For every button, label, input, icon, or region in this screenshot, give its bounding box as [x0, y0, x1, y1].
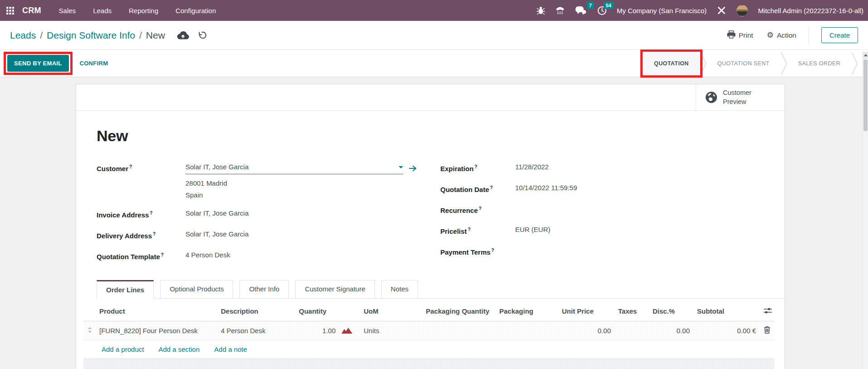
- optional-columns-icon[interactable]: [760, 302, 774, 321]
- breadcrumb-current: New: [146, 30, 165, 41]
- col-taxes[interactable]: Taxes: [614, 302, 649, 321]
- scroll-up-arrow[interactable]: [863, 52, 868, 59]
- quotation-date-value[interactable]: 10/14/2022 11:59:59: [515, 183, 773, 193]
- cell-unit-price[interactable]: 0.00: [558, 321, 614, 340]
- quotation-template-value[interactable]: 4 Person Desk: [185, 250, 440, 260]
- order-line-row[interactable]: [FURN_8220] Four Person Desk 4 Person De…: [83, 321, 774, 340]
- menu-configuration[interactable]: Configuration: [167, 7, 224, 15]
- notebook-tabs: Order Lines Optional Products Other Info…: [97, 280, 785, 299]
- pricelist-value[interactable]: EUR (EUR): [515, 225, 773, 235]
- internal-link-arrow-icon[interactable]: [409, 165, 417, 172]
- col-subtotal[interactable]: Subtotal: [693, 302, 760, 321]
- vertical-scrollbar[interactable]: [863, 52, 868, 369]
- messages-chat-icon[interactable]: 7: [575, 6, 587, 15]
- stage-quotation-sent[interactable]: QUOTATION SENT: [707, 52, 780, 75]
- tab-other-info[interactable]: Other Info: [239, 280, 289, 299]
- main-menu: Sales Leads Reporting Configuration: [50, 7, 225, 15]
- help-marker: ?: [479, 206, 482, 211]
- add-a-note-link[interactable]: Add a note: [214, 345, 247, 353]
- cell-subtotal[interactable]: 0.00 €: [693, 321, 760, 340]
- delete-row-trash-icon[interactable]: [760, 321, 774, 340]
- col-packaging[interactable]: Packaging: [496, 302, 558, 321]
- unsaved-cloud-icon[interactable]: [177, 31, 189, 39]
- cell-disc[interactable]: 0.00: [649, 321, 693, 340]
- breadcrumb-lead-name[interactable]: Design Software Info: [47, 30, 135, 41]
- field-row-recurrence: Recurrence?: [440, 204, 773, 216]
- forecast-chart-icon[interactable]: [341, 327, 353, 334]
- stage-quotation[interactable]: QUOTATION: [643, 52, 700, 75]
- print-button[interactable]: Print: [727, 30, 753, 40]
- help-marker: ?: [474, 164, 477, 169]
- stage-chevron-icon: [700, 52, 707, 75]
- col-description[interactable]: Description: [217, 302, 295, 321]
- col-packaging-quantity[interactable]: Packaging Quantity: [422, 302, 496, 321]
- stage-chevron-icon: [851, 52, 858, 75]
- help-marker: ?: [161, 252, 164, 257]
- col-unit-price[interactable]: Unit Price: [558, 302, 614, 321]
- menu-reporting[interactable]: Reporting: [120, 7, 167, 15]
- cell-description[interactable]: 4 Person Desk: [217, 321, 295, 340]
- customer-input[interactable]: Solar IT, Jose Garcia: [185, 162, 403, 174]
- table-header-row: Product Description Quantity UoM Packagi…: [83, 302, 774, 321]
- customer-value[interactable]: Solar IT, Jose Garcia: [185, 162, 395, 172]
- activities-clock-icon[interactable]: 54: [597, 6, 607, 15]
- customer-field-block: Solar IT, Jose Garcia 28001 Madrid Spain: [185, 162, 440, 201]
- col-quantity[interactable]: Quantity: [295, 302, 360, 321]
- tab-optional-products[interactable]: Optional Products: [160, 280, 233, 299]
- divider: [809, 26, 809, 45]
- cell-taxes[interactable]: [614, 321, 649, 340]
- delivery-address-value[interactable]: Solar IT, Jose Garcia: [185, 229, 440, 239]
- quantity-value[interactable]: 1.00: [322, 327, 336, 335]
- help-marker: ?: [153, 231, 156, 236]
- cell-packaging[interactable]: [496, 321, 558, 340]
- send-by-email-button[interactable]: SEND BY EMAIL: [7, 55, 69, 72]
- cell-product[interactable]: [FURN_8220] Four Person Desk: [96, 321, 217, 340]
- navbar-right: 7 54 My Company (San Francisco) Mitchell…: [536, 5, 868, 16]
- cell-quantity[interactable]: 1.00: [295, 321, 360, 340]
- col-disc[interactable]: Disc.%: [649, 302, 693, 321]
- tools-icon[interactable]: [717, 5, 727, 15]
- debug-bug-icon[interactable]: [536, 6, 545, 15]
- app-name[interactable]: CRM: [22, 6, 41, 15]
- user-menu[interactable]: Mitchell Admin (20222372-16-0-all): [758, 7, 863, 15]
- chevron-down-icon[interactable]: [399, 166, 403, 168]
- tab-notes[interactable]: Notes: [381, 280, 418, 299]
- stage-pipeline: QUOTATION QUOTATION SENT SALES ORDER: [643, 52, 858, 75]
- menu-sales[interactable]: Sales: [50, 7, 85, 15]
- record-title: New: [97, 127, 773, 145]
- field-row-delivery-address: Delivery Address? Solar IT, Jose Garcia: [97, 229, 440, 242]
- cell-uom[interactable]: Units: [360, 321, 422, 340]
- col-uom[interactable]: UoM: [360, 302, 422, 321]
- field-grid: Customer? Solar IT, Jose Garcia: [97, 162, 773, 271]
- customer-preview-button[interactable]: Customer Preview: [696, 84, 785, 110]
- field-label: Customer?: [97, 162, 185, 174]
- company-switcher[interactable]: My Company (San Francisco): [617, 7, 707, 15]
- breadcrumb-leads[interactable]: Leads: [10, 30, 36, 41]
- add-a-product-link[interactable]: Add a product: [102, 345, 144, 353]
- apps-grid-icon[interactable]: [6, 7, 14, 15]
- cell-packaging-quantity[interactable]: [422, 321, 496, 340]
- confirm-button[interactable]: CONFIRM: [80, 60, 108, 67]
- button-box: Customer Preview: [76, 84, 785, 111]
- field-label: Quotation Template?: [97, 250, 185, 262]
- user-avatar[interactable]: [736, 5, 748, 16]
- drag-handle-icon[interactable]: [83, 321, 96, 340]
- tab-customer-signature[interactable]: Customer Signature: [295, 280, 375, 299]
- add-a-section-link[interactable]: Add a section: [158, 345, 200, 353]
- discard-undo-icon[interactable]: [197, 31, 206, 40]
- create-button[interactable]: Create: [821, 27, 858, 43]
- customer-address-line2: Spain: [185, 189, 440, 201]
- action-button[interactable]: ⚙ Action: [767, 31, 796, 39]
- expiration-value[interactable]: 11/28/2022: [515, 162, 773, 172]
- help-marker: ?: [129, 164, 132, 169]
- field-label: Delivery Address?: [97, 229, 185, 241]
- activities-count-badge: 54: [604, 2, 614, 9]
- stage-sales-order[interactable]: SALES ORDER: [787, 52, 851, 75]
- col-product[interactable]: Product: [96, 302, 217, 321]
- invoice-address-value[interactable]: Solar IT, Jose Garcia: [185, 208, 440, 218]
- tab-order-lines[interactable]: Order Lines: [97, 280, 154, 299]
- voip-phone-icon[interactable]: [555, 6, 565, 15]
- menu-leads[interactable]: Leads: [84, 7, 120, 15]
- breadcrumb-separator: /: [135, 30, 146, 41]
- scrollbar-thumb[interactable]: [863, 59, 868, 131]
